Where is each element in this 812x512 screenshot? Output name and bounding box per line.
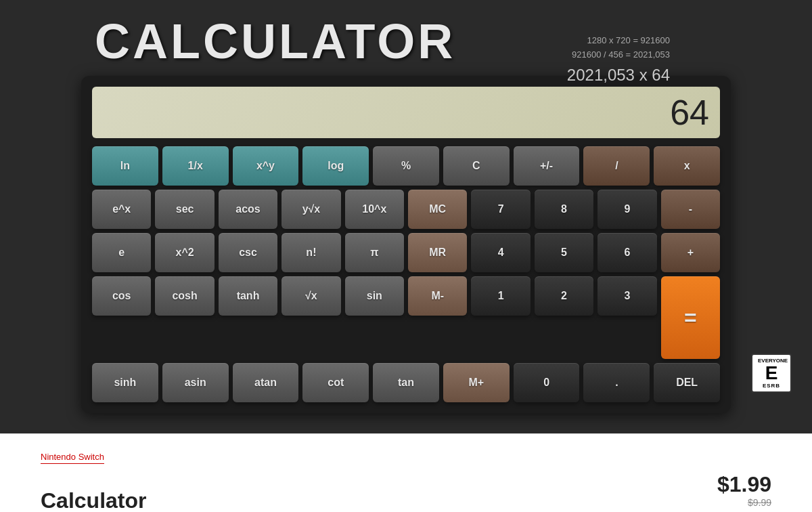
price-row: $1.99 $9.99	[717, 472, 771, 508]
btn-tan[interactable]: tan	[373, 363, 439, 402]
btn-C[interactable]: C	[443, 146, 510, 186]
display-value: 64	[670, 92, 709, 133]
btn-cosh[interactable]: cosh	[155, 276, 214, 316]
platform-label[interactable]: Nintendo Switch	[41, 452, 104, 464]
btn-atan[interactable]: atan	[233, 363, 299, 402]
button-row-2: ex^2cscn!πMR456+	[92, 233, 720, 272]
product-title: Calculator	[41, 488, 654, 512]
btn-_[interactable]: +	[661, 233, 720, 272]
btn-log[interactable]: log	[302, 146, 369, 186]
btn-y_x[interactable]: y√x	[281, 190, 340, 229]
btn-_[interactable]: .	[583, 363, 650, 402]
btn-x[interactable]: x	[654, 146, 720, 186]
calculator-wrapper: CALCULATOR 1280 x 720 = 921600 921600 / …	[0, 0, 812, 433]
button-row-4: sinhasinatancottanM+0.DEL	[92, 363, 720, 402]
btn-0[interactable]: 0	[514, 363, 580, 402]
btn-cot[interactable]: cot	[302, 363, 369, 402]
btn-___[interactable]: +/-	[514, 146, 580, 186]
btn-ln[interactable]: ln	[92, 146, 158, 186]
btn-_x[interactable]: √x	[281, 276, 340, 316]
info-line2: 921600 / 456 = 2021,053	[567, 48, 670, 62]
btn-9[interactable]: 9	[597, 190, 656, 229]
button-row-0: ln1/xx^ylog%C+/-/x	[92, 146, 720, 186]
esrb-badge: EVERYONE E ESRB	[751, 354, 792, 393]
btn-x_y[interactable]: x^y	[233, 146, 299, 186]
info-line3: 2021,053 x 64	[567, 62, 670, 88]
btn-M_[interactable]: M-	[408, 276, 467, 316]
btn-DEL[interactable]: DEL	[654, 363, 720, 402]
btn-_[interactable]: =	[661, 276, 720, 359]
btn-7[interactable]: 7	[471, 190, 530, 229]
btn-6[interactable]: 6	[597, 233, 656, 272]
btn-x_2[interactable]: x^2	[155, 233, 214, 272]
btn-8[interactable]: 8	[535, 190, 593, 229]
btn-M_[interactable]: M+	[443, 363, 510, 402]
btn-sinh[interactable]: sinh	[92, 363, 158, 402]
btn-sec[interactable]: sec	[155, 190, 214, 229]
btn-acos[interactable]: acos	[219, 190, 277, 229]
button-row-3: coscoshtanh√xsinM-123=	[92, 276, 720, 359]
btn-_[interactable]: %	[373, 146, 439, 186]
calc-info: 1280 x 720 = 921600 921600 / 456 = 2021,…	[567, 34, 670, 88]
price-buy-area: $1.99 $9.99 Buy digital › ★ Eligible for…	[654, 472, 771, 512]
btn-5[interactable]: 5	[535, 233, 593, 272]
original-price: $9.99	[748, 497, 771, 508]
btn-_[interactable]: -	[661, 190, 720, 229]
btn-_[interactable]: /	[583, 146, 650, 186]
info-line1: 1280 x 720 = 921600	[567, 34, 670, 48]
esrb-bottom: ESRB	[758, 383, 785, 389]
btn-tanh[interactable]: tanh	[219, 276, 277, 316]
product-area: Nintendo Switch Calculator Available now…	[0, 433, 812, 512]
button-grid: ln1/xx^ylog%C+/-/xe^xsecacosy√x10^xMC789…	[92, 146, 720, 402]
btn-sin[interactable]: sin	[345, 276, 404, 316]
btn-MR[interactable]: MR	[408, 233, 467, 272]
screenshot-area: CALCULATOR 1280 x 720 = 921600 921600 / …	[0, 0, 812, 433]
btn-3[interactable]: 3	[597, 276, 656, 316]
product-row: Calculator Available now ♥ Add to Wish L…	[41, 472, 771, 512]
esrb-rating: E	[758, 364, 785, 383]
product-info: Calculator Available now ♥ Add to Wish L…	[41, 488, 654, 512]
btn-1[interactable]: 1	[471, 276, 530, 316]
calculator-display: 64	[92, 87, 720, 138]
btn-e[interactable]: e	[92, 233, 151, 272]
btn-asin[interactable]: asin	[162, 363, 229, 402]
btn-n_[interactable]: n!	[281, 233, 340, 272]
btn-_[interactable]: π	[345, 233, 404, 272]
btn-1_x[interactable]: 1/x	[162, 146, 229, 186]
btn-2[interactable]: 2	[535, 276, 593, 316]
btn-csc[interactable]: csc	[219, 233, 277, 272]
calculator-body: 64 ln1/xx^ylog%C+/-/xe^xsecacosy√x10^xMC…	[81, 76, 731, 413]
current-price: $1.99	[717, 472, 771, 497]
btn-MC[interactable]: MC	[408, 190, 467, 229]
btn-cos[interactable]: cos	[92, 276, 151, 316]
btn-10_x[interactable]: 10^x	[345, 190, 404, 229]
button-row-1: e^xsecacosy√x10^xMC789-	[92, 190, 720, 229]
btn-e_x[interactable]: e^x	[92, 190, 151, 229]
btn-4[interactable]: 4	[471, 233, 530, 272]
